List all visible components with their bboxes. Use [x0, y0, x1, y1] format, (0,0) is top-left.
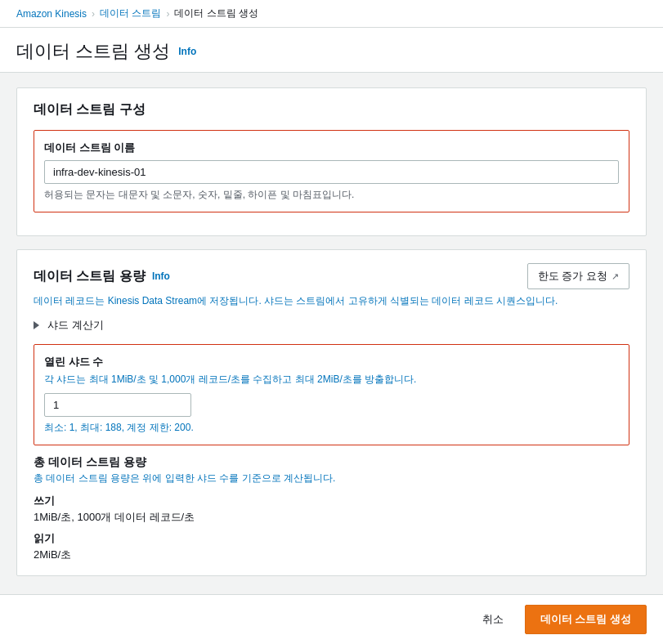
capacity-header-row: 데이터 스트림 용량 Info 한도 증가 요청 ↗ [34, 263, 629, 289]
stream-name-field-group: 데이터 스트림 이름 허용되는 문자는 대문자 및 소문자, 숫자, 밑줄, 하… [34, 130, 629, 212]
footer-bar: 취소 데이터 스트림 생성 [0, 594, 663, 644]
write-row: 쓰기 1MiB/초, 1000개 데이터 레코드/초 [34, 494, 629, 525]
capacity-title-group: 데이터 스트림 용량 Info [34, 268, 170, 285]
write-value: 1MiB/초, 1000개 데이터 레코드/초 [34, 510, 629, 525]
total-capacity-title: 총 데이터 스트림 용량 [34, 455, 629, 470]
write-label: 쓰기 [34, 494, 629, 508]
triangle-icon [34, 321, 39, 329]
stream-name-label: 데이터 스트림 이름 [44, 141, 619, 155]
shard-count-field-group: 열린 샤드 수 각 샤드는 최대 1MiB/초 및 1,000개 레코드/초를 … [34, 344, 629, 445]
read-label: 읽기 [34, 531, 629, 546]
read-value: 2MiB/초 [34, 548, 629, 562]
stream-name-input[interactable] [44, 160, 619, 184]
breadcrumb-link-kinesis[interactable]: Amazon Kinesis [16, 8, 87, 20]
read-row: 읽기 2MiB/초 [34, 531, 629, 562]
capacity-description: 데이터 레코드는 Kinesis Data Stream에 저장됩니다. 샤드는… [34, 294, 629, 308]
limit-btn-label: 한도 증가 요청 [538, 269, 607, 284]
external-link-icon: ↗ [611, 271, 619, 282]
shard-count-desc: 각 샤드는 최대 1MiB/초 및 1,000개 레코드/초를 수집하고 최대 … [44, 373, 619, 387]
total-capacity-section: 총 데이터 스트림 용량 총 데이터 스트림 용량은 위에 입력한 샤드 수를 … [34, 455, 629, 562]
main-content: 데이터 스트림 구성 데이터 스트림 이름 허용되는 문자는 대문자 및 소문자… [0, 73, 663, 644]
shard-calculator-row[interactable]: 샤드 계산기 [34, 318, 629, 333]
breadcrumb-sep-1: › [92, 8, 95, 20]
stream-config-title: 데이터 스트림 구성 [34, 101, 629, 119]
stream-config-section: 데이터 스트림 구성 데이터 스트림 이름 허용되는 문자는 대문자 및 소문자… [16, 87, 647, 236]
create-stream-button[interactable]: 데이터 스트림 생성 [525, 605, 647, 634]
shard-limit-hint: 최소: 1, 최대: 188, 계정 제한: 200. [44, 421, 619, 435]
cancel-button[interactable]: 취소 [471, 606, 515, 633]
page-title: 데이터 스트림 생성 [16, 39, 170, 64]
capacity-info-badge[interactable]: Info [152, 271, 170, 282]
shard-count-label: 열린 샤드 수 [44, 355, 619, 369]
total-capacity-desc: 총 데이터 스트림 용량은 위에 입력한 샤드 수를 기준으로 계산됩니다. [34, 472, 629, 485]
stream-name-hint: 허용되는 문자는 대문자 및 소문자, 숫자, 밑줄, 하이픈 및 마침표입니다… [44, 188, 619, 202]
shard-count-input[interactable] [44, 393, 191, 417]
shard-input-wrap [44, 393, 191, 417]
stream-capacity-section: 데이터 스트림 용량 Info 한도 증가 요청 ↗ 데이터 레코드는 Kine… [16, 249, 647, 576]
breadcrumb: Amazon Kinesis › 데이터 스트림 › 데이터 스트림 생성 [0, 0, 663, 28]
header-info-badge[interactable]: Info [178, 46, 196, 57]
breadcrumb-link-streams[interactable]: 데이터 스트림 [100, 7, 161, 20]
capacity-title: 데이터 스트림 용량 [34, 268, 146, 285]
breadcrumb-sep-2: › [166, 8, 169, 20]
limit-increase-button[interactable]: 한도 증가 요청 ↗ [527, 263, 629, 289]
page-header: 데이터 스트림 생성 Info [0, 28, 663, 73]
shard-calc-label: 샤드 계산기 [47, 318, 104, 333]
breadcrumb-current: 데이터 스트림 생성 [174, 7, 258, 20]
